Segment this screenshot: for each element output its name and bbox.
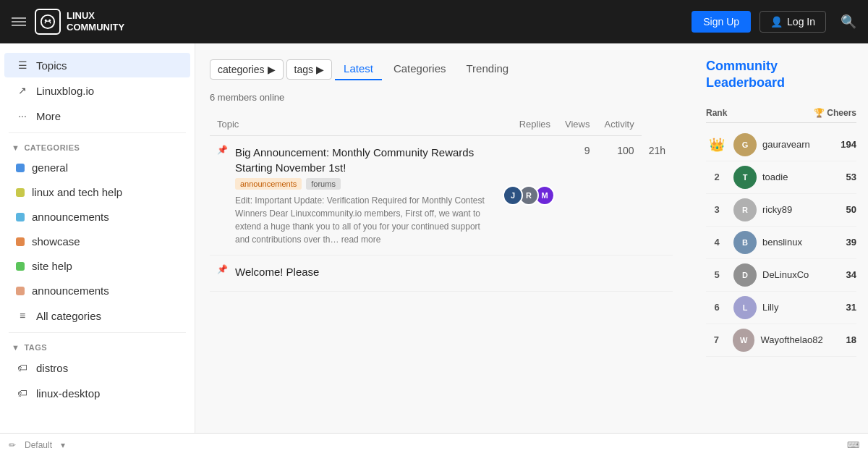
score: 53 [827, 172, 856, 182]
activity-stat: 21h [642, 136, 673, 256]
cheers-icon: 🏆 [814, 108, 825, 118]
sidebar-item-site-help[interactable]: site help [4, 254, 190, 278]
topics-label: Topics [36, 59, 67, 72]
members-online: 6 members online [210, 92, 673, 103]
rank-number: 7 [706, 334, 727, 345]
tag-announcements[interactable]: announcements [235, 178, 302, 190]
sidebar-item-showcase[interactable]: showcase [4, 229, 190, 253]
topic-title[interactable]: Big Announcement: Monthly Community Rewa… [235, 145, 488, 175]
sidebar-divider-2 [9, 332, 186, 333]
logo-icon [35, 9, 61, 35]
login-button[interactable]: 👤 Log In [760, 11, 826, 33]
username[interactable]: benslinux [762, 237, 822, 248]
keyboard-icon: ⌨ [847, 440, 859, 450]
leaderboard-row: 5 D DeLinuxCo 34 [706, 259, 856, 292]
sidebar-item-topics[interactable]: ☰ Topics [4, 53, 190, 77]
signup-button[interactable]: Sign Up [692, 11, 751, 33]
avatar: D [733, 263, 757, 287]
search-icon[interactable]: 🔍 [841, 14, 856, 30]
category-dot-linux-tech-help [16, 188, 25, 197]
score: 31 [827, 302, 856, 313]
username[interactable]: Lilly [762, 302, 822, 313]
topic-avatars: J R M [503, 185, 550, 206]
linuxblog-label: Linuxblog.io [36, 85, 94, 97]
leaderboard-row: 3 R ricky89 50 [706, 194, 856, 227]
score: 194 [827, 139, 856, 150]
logo-text: LINUX COMMUNITY [67, 10, 124, 33]
leaderboard-row: 7 W Wayofthelao82 18 [706, 324, 856, 357]
username[interactable]: Wayofthelao82 [760, 334, 822, 345]
rank-number: 4 [706, 237, 728, 248]
pin-icon-2: 📌 [217, 264, 228, 274]
topic-excerpt: Edit: Important Update: Verification Req… [235, 194, 488, 246]
sidebar-item-announcements[interactable]: announcements [4, 279, 190, 303]
leaderboard-row: 👑 G gauravearn 194 [706, 129, 856, 161]
category-dot-announcements [16, 287, 25, 295]
topics-icon: ☰ [16, 59, 29, 72]
score: 50 [827, 204, 856, 215]
username[interactable]: DeLinuxCo [762, 269, 822, 280]
topic-cell: 📌 Big Announcement: Monthly Community Re… [210, 136, 495, 256]
tag-icon: 🏷 [16, 361, 29, 374]
sidebar-divider [9, 132, 186, 133]
score: 39 [827, 237, 856, 248]
sidebar-item-linuxblog[interactable]: ↗ Linuxblog.io [4, 78, 190, 103]
chevron-down-icon-2: ▼ [12, 343, 20, 352]
sidebar-item-blog-articles[interactable]: announcements [4, 205, 190, 229]
tags-dropdown[interactable]: tags ▶ [286, 59, 332, 80]
tag-icon-2: 🏷 [16, 387, 29, 400]
chevron-right-icon: ▶ [268, 64, 276, 75]
col-activity: Activity [597, 113, 641, 136]
rank-number: 6 [706, 302, 728, 313]
tab-latest[interactable]: Latest [335, 58, 382, 80]
table-row: 📌 Welcome! Please [210, 256, 673, 292]
sidebar-item-linux-desktop[interactable]: 🏷 linux-desktop [4, 381, 190, 405]
rank-number: 3 [706, 204, 728, 215]
svg-point-0 [41, 15, 54, 28]
col-views: Views [558, 113, 597, 136]
col-replies: Replies [495, 113, 558, 136]
sidebar-item-distros[interactable]: 🏷 distros [4, 355, 190, 380]
sidebar-item-more[interactable]: ··· More [4, 104, 190, 128]
username[interactable]: toadie [762, 172, 822, 182]
avatar: R [733, 198, 757, 221]
rank-number: 5 [706, 269, 728, 280]
tab-categories[interactable]: Categories [385, 58, 455, 80]
sidebar-item-general[interactable]: general [4, 156, 190, 180]
chevron-right-icon-2: ▶ [316, 64, 324, 75]
sidebar: ☰ Topics ↗ Linuxblog.io ··· More ▼ CATEG… [0, 43, 195, 456]
default-label[interactable]: Default [25, 440, 52, 450]
header: LINUX COMMUNITY Sign Up 👤 Log In 🔍 [0, 0, 868, 43]
avatar: W [733, 329, 755, 352]
sidebar-item-all-categories[interactable]: ≡ All categories [4, 303, 190, 328]
category-dot-showcase [16, 237, 25, 246]
topic-title-2[interactable]: Welcome! Please [235, 264, 319, 279]
bottom-bar: ✏ Default ▾ ⌨ [0, 433, 868, 456]
user-icon: 👤 [770, 16, 783, 28]
pin-icon: 📌 [217, 145, 228, 155]
avatar: T [733, 166, 757, 189]
svg-point-1 [45, 20, 47, 22]
avatar: J [503, 185, 523, 206]
username[interactable]: ricky89 [762, 204, 822, 215]
topics-table: Topic Replies Views Activity 📌 Big Annou [210, 113, 673, 292]
category-dot-general [16, 164, 25, 172]
avatar: G [733, 133, 757, 156]
main-content: categories ▶ tags ▶ Latest Categories Tr… [195, 43, 687, 456]
tags-section-header[interactable]: ▼ TAGS [0, 337, 195, 355]
table-row: 📌 Big Announcement: Monthly Community Re… [210, 136, 673, 256]
topic-avatars-cell: J R M [495, 136, 558, 256]
tab-trending[interactable]: Trending [457, 58, 517, 80]
category-dot-blog-articles [16, 213, 25, 221]
leaderboard-row: 4 B benslinux 39 [706, 227, 856, 259]
sidebar-item-linux-tech-help[interactable]: linux and tech help [4, 180, 190, 204]
categories-section-header[interactable]: ▼ CATEGORIES [0, 138, 195, 155]
score: 18 [829, 334, 856, 345]
hamburger-menu[interactable] [12, 17, 26, 26]
more-icon: ··· [16, 109, 29, 122]
tab-bar: categories ▶ tags ▶ Latest Categories Tr… [210, 58, 673, 80]
svg-point-2 [48, 20, 51, 22]
categories-dropdown[interactable]: categories ▶ [210, 59, 284, 80]
username[interactable]: gauravearn [762, 139, 822, 150]
tag-forums[interactable]: forums [306, 178, 341, 190]
